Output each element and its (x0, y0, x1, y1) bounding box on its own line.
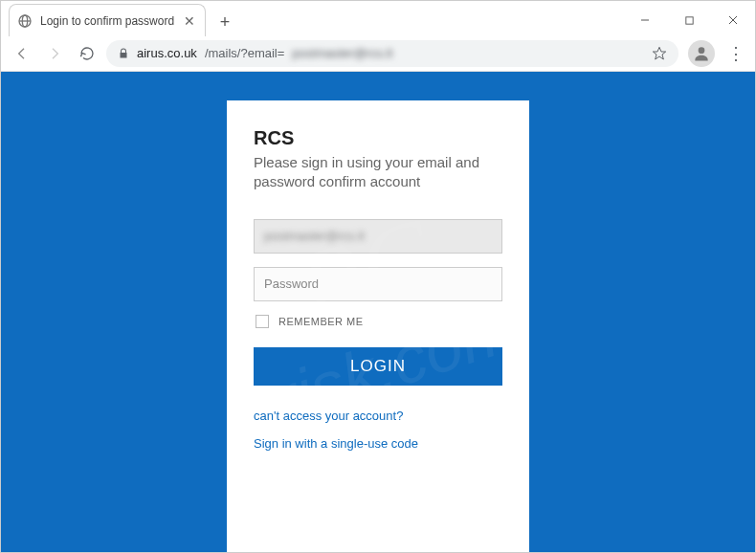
new-tab-button[interactable]: + (211, 9, 238, 35)
remember-checkbox[interactable] (256, 315, 269, 328)
close-window-button[interactable] (711, 5, 755, 35)
browser-tab[interactable]: Login to confirm password ✕ (9, 4, 206, 36)
email-value: postmaster@rcs.lt (264, 229, 365, 243)
password-placeholder: Password (264, 276, 319, 291)
lock-icon (118, 48, 129, 59)
recover-account-link[interactable]: can't access your account? (254, 409, 502, 423)
login-card: RCS Please sign in using your email and … (227, 100, 529, 552)
page-viewport: PCrisk.com RCS Please sign in using your… (1, 72, 755, 552)
svg-rect-4 (685, 16, 692, 23)
bookmark-star-icon[interactable] (652, 46, 667, 61)
email-field[interactable]: postmaster@rcs.lt (254, 219, 502, 254)
window-controls (623, 5, 755, 35)
brand-heading: RCS (254, 127, 502, 149)
reload-button[interactable] (74, 40, 100, 67)
browser-window: Login to confirm password ✕ + airus.co.u… (0, 0, 756, 553)
browser-menu-button[interactable]: ⋮ (724, 40, 747, 67)
login-button[interactable]: LOGIN (254, 347, 502, 386)
url-input[interactable]: airus.co.uk/mails/?email=postmaster@rcs.… (106, 40, 678, 67)
forward-button[interactable] (41, 40, 68, 67)
url-host: airus.co.uk (137, 46, 197, 60)
remember-label: REMEMBER ME (278, 316, 364, 327)
tab-title: Login to confirm password (40, 14, 174, 28)
subtitle-text: Please sign in using your email and pass… (254, 153, 502, 192)
svg-marker-7 (653, 47, 665, 59)
password-field[interactable]: Password (254, 267, 502, 301)
single-use-code-link[interactable]: Sign in with a single-use code (254, 436, 502, 451)
remember-me-row[interactable]: REMEMBER ME (256, 315, 502, 328)
back-button[interactable] (9, 40, 35, 67)
address-bar: airus.co.uk/mails/?email=postmaster@rcs.… (1, 35, 755, 72)
tab-close-icon[interactable]: ✕ (174, 13, 195, 29)
title-bar: Login to confirm password ✕ + (1, 1, 755, 35)
svg-point-8 (699, 47, 705, 54)
profile-avatar[interactable] (688, 40, 715, 67)
maximize-button[interactable] (667, 5, 711, 35)
minimize-button[interactable] (623, 5, 667, 35)
globe-icon (17, 13, 33, 29)
url-path: /mails/?email= (205, 46, 284, 60)
login-button-label: LOGIN (350, 357, 406, 376)
url-query: postmaster@rcs.lt (292, 46, 392, 60)
person-icon (692, 44, 711, 63)
